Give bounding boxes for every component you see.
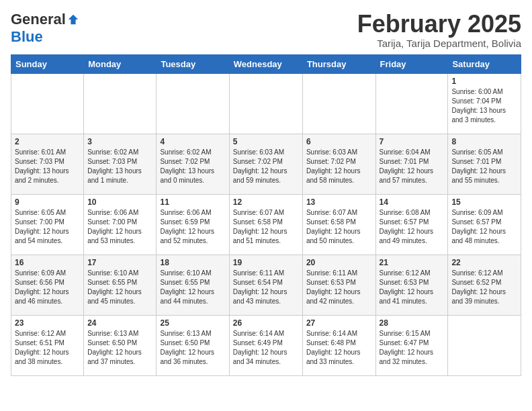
- day-number: 7: [380, 137, 445, 146]
- calendar-cell: 11Sunrise: 6:06 AMSunset: 6:59 PMDayligh…: [157, 194, 229, 255]
- day-info: Sunrise: 6:12 AMSunset: 6:51 PMDaylight:…: [15, 329, 80, 367]
- calendar-cell: 22Sunrise: 6:12 AMSunset: 6:52 PMDayligh…: [448, 255, 521, 315]
- day-number: 24: [87, 318, 152, 328]
- calendar-cell: 7Sunrise: 6:04 AMSunset: 7:01 PMDaylight…: [375, 134, 448, 194]
- calendar-cell: 18Sunrise: 6:10 AMSunset: 6:55 PMDayligh…: [157, 255, 229, 315]
- weekday-header-row: SundayMondayTuesdayWednesdayThursdayFrid…: [11, 54, 521, 73]
- logo-blue-text: Blue: [11, 28, 43, 46]
- calendar-cell: 19Sunrise: 6:11 AMSunset: 6:54 PMDayligh…: [229, 255, 302, 315]
- calendar-cell: 26Sunrise: 6:14 AMSunset: 6:49 PMDayligh…: [229, 315, 302, 375]
- calendar-cell: [84, 73, 157, 134]
- calendar-cell: 27Sunrise: 6:14 AMSunset: 6:48 PMDayligh…: [302, 315, 375, 375]
- day-info: Sunrise: 6:09 AMSunset: 6:56 PMDaylight:…: [15, 269, 80, 306]
- calendar-cell: 20Sunrise: 6:11 AMSunset: 6:53 PMDayligh…: [302, 255, 375, 315]
- calendar-cell: 15Sunrise: 6:09 AMSunset: 6:57 PMDayligh…: [448, 194, 521, 255]
- day-info: Sunrise: 6:07 AMSunset: 6:58 PMDaylight:…: [306, 208, 372, 246]
- day-info: Sunrise: 6:02 AMSunset: 7:02 PMDaylight:…: [160, 148, 225, 185]
- calendar-cell: 10Sunrise: 6:06 AMSunset: 7:00 PMDayligh…: [84, 194, 157, 255]
- day-number: 18: [160, 258, 225, 267]
- calendar-cell: 23Sunrise: 6:12 AMSunset: 6:51 PMDayligh…: [11, 315, 84, 375]
- month-title: February 2025: [357, 11, 521, 38]
- calendar-cell: 17Sunrise: 6:10 AMSunset: 6:55 PMDayligh…: [84, 255, 157, 315]
- weekday-header-saturday: Saturday: [448, 54, 521, 73]
- day-number: 8: [451, 137, 517, 146]
- day-number: 12: [233, 197, 299, 207]
- day-info: Sunrise: 6:07 AMSunset: 6:58 PMDaylight:…: [233, 208, 299, 246]
- calendar-cell: 9Sunrise: 6:05 AMSunset: 7:00 PMDaylight…: [11, 194, 84, 255]
- calendar-cell: 6Sunrise: 6:03 AMSunset: 7:02 PMDaylight…: [302, 134, 375, 194]
- day-info: Sunrise: 6:06 AMSunset: 6:59 PMDaylight:…: [160, 208, 225, 246]
- calendar-cell: 21Sunrise: 6:12 AMSunset: 6:53 PMDayligh…: [375, 255, 448, 315]
- day-info: Sunrise: 6:09 AMSunset: 6:57 PMDaylight:…: [451, 208, 517, 246]
- calendar-cell: 1Sunrise: 6:00 AMSunset: 7:04 PMDaylight…: [448, 73, 521, 134]
- calendar-cell: [229, 73, 302, 134]
- day-info: Sunrise: 6:14 AMSunset: 6:49 PMDaylight:…: [233, 329, 299, 367]
- calendar-cell: 8Sunrise: 6:05 AMSunset: 7:01 PMDaylight…: [448, 134, 521, 194]
- weekday-header-tuesday: Tuesday: [157, 54, 229, 73]
- day-number: 15: [451, 197, 517, 207]
- day-info: Sunrise: 6:01 AMSunset: 7:03 PMDaylight:…: [15, 148, 80, 185]
- calendar-cell: 12Sunrise: 6:07 AMSunset: 6:58 PMDayligh…: [229, 194, 302, 255]
- day-number: 10: [87, 197, 152, 207]
- calendar-cell: 25Sunrise: 6:13 AMSunset: 6:50 PMDayligh…: [157, 315, 229, 375]
- day-number: 14: [380, 197, 445, 207]
- calendar-cell: 13Sunrise: 6:07 AMSunset: 6:58 PMDayligh…: [302, 194, 375, 255]
- day-number: 21: [380, 258, 445, 267]
- day-number: 3: [87, 137, 152, 146]
- day-number: 19: [233, 258, 299, 267]
- page-header: General Blue February 2025 Tarija, Tarij…: [11, 11, 521, 49]
- day-info: Sunrise: 6:11 AMSunset: 6:54 PMDaylight:…: [233, 269, 299, 306]
- day-number: 11: [160, 197, 225, 207]
- weekday-header-wednesday: Wednesday: [229, 54, 302, 73]
- day-info: Sunrise: 6:10 AMSunset: 6:55 PMDaylight:…: [160, 269, 225, 306]
- day-info: Sunrise: 6:15 AMSunset: 6:47 PMDaylight:…: [380, 329, 445, 367]
- day-info: Sunrise: 6:12 AMSunset: 6:52 PMDaylight:…: [451, 269, 517, 306]
- weekday-header-monday: Monday: [84, 54, 157, 73]
- calendar-week-3: 9Sunrise: 6:05 AMSunset: 7:00 PMDaylight…: [11, 194, 521, 255]
- logo-general-text: General: [11, 11, 66, 28]
- calendar-week-1: 1Sunrise: 6:00 AMSunset: 7:04 PMDaylight…: [11, 73, 521, 134]
- weekday-header-sunday: Sunday: [11, 54, 84, 73]
- location: Tarija, Tarija Department, Bolivia: [357, 38, 521, 49]
- day-number: 28: [380, 318, 445, 328]
- day-info: Sunrise: 6:12 AMSunset: 6:53 PMDaylight:…: [380, 269, 445, 306]
- calendar-week-2: 2Sunrise: 6:01 AMSunset: 7:03 PMDaylight…: [11, 134, 521, 194]
- day-info: Sunrise: 6:11 AMSunset: 6:53 PMDaylight:…: [306, 269, 372, 306]
- day-number: 6: [306, 137, 372, 146]
- day-info: Sunrise: 6:14 AMSunset: 6:48 PMDaylight:…: [306, 329, 372, 367]
- day-number: 26: [233, 318, 299, 328]
- calendar-cell: 4Sunrise: 6:02 AMSunset: 7:02 PMDaylight…: [157, 134, 229, 194]
- day-number: 13: [306, 197, 372, 207]
- day-info: Sunrise: 6:03 AMSunset: 7:02 PMDaylight:…: [306, 148, 372, 185]
- logo: General Blue: [11, 11, 79, 46]
- day-info: Sunrise: 6:13 AMSunset: 6:50 PMDaylight:…: [87, 329, 152, 367]
- calendar-cell: 5Sunrise: 6:03 AMSunset: 7:02 PMDaylight…: [229, 134, 302, 194]
- calendar-table: SundayMondayTuesdayWednesdayThursdayFrid…: [11, 54, 521, 376]
- day-info: Sunrise: 6:13 AMSunset: 6:50 PMDaylight:…: [160, 329, 225, 367]
- day-info: Sunrise: 6:10 AMSunset: 6:55 PMDaylight:…: [87, 269, 152, 306]
- day-info: Sunrise: 6:05 AMSunset: 7:00 PMDaylight:…: [15, 208, 80, 246]
- day-info: Sunrise: 6:02 AMSunset: 7:03 PMDaylight:…: [87, 148, 152, 185]
- day-number: 5: [233, 137, 299, 146]
- day-info: Sunrise: 6:06 AMSunset: 7:00 PMDaylight:…: [87, 208, 152, 246]
- day-number: 9: [15, 197, 80, 207]
- svg-marker-0: [69, 15, 78, 24]
- day-info: Sunrise: 6:08 AMSunset: 6:57 PMDaylight:…: [380, 208, 445, 246]
- calendar-cell: [448, 315, 521, 375]
- day-number: 20: [306, 258, 372, 267]
- day-info: Sunrise: 6:03 AMSunset: 7:02 PMDaylight:…: [233, 148, 299, 185]
- calendar-cell: 2Sunrise: 6:01 AMSunset: 7:03 PMDaylight…: [11, 134, 84, 194]
- calendar-cell: 28Sunrise: 6:15 AMSunset: 6:47 PMDayligh…: [375, 315, 448, 375]
- day-info: Sunrise: 6:00 AMSunset: 7:04 PMDaylight:…: [451, 87, 517, 125]
- calendar-cell: 3Sunrise: 6:02 AMSunset: 7:03 PMDaylight…: [84, 134, 157, 194]
- calendar-cell: 24Sunrise: 6:13 AMSunset: 6:50 PMDayligh…: [84, 315, 157, 375]
- weekday-header-friday: Friday: [375, 54, 448, 73]
- day-number: 1: [451, 77, 517, 86]
- day-number: 27: [306, 318, 372, 328]
- day-number: 4: [160, 137, 225, 146]
- day-number: 17: [87, 258, 152, 267]
- calendar-cell: 16Sunrise: 6:09 AMSunset: 6:56 PMDayligh…: [11, 255, 84, 315]
- calendar-cell: [302, 73, 375, 134]
- day-number: 23: [15, 318, 80, 328]
- calendar-cell: 14Sunrise: 6:08 AMSunset: 6:57 PMDayligh…: [375, 194, 448, 255]
